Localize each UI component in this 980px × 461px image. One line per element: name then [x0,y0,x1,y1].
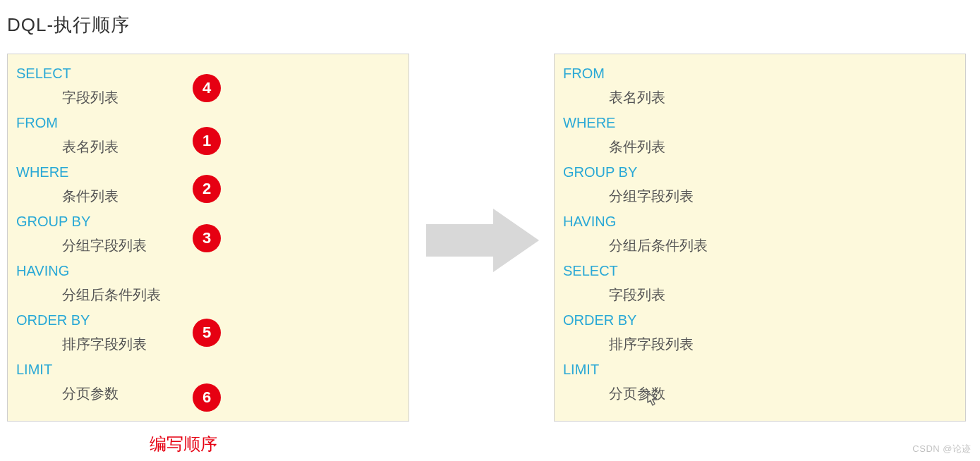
clause-groupby: GROUP BY 分组字段列表 [563,160,957,208]
desc: 表名列表 [563,85,957,109]
exec-order-panel: FROM 表名列表 WHERE 条件列表 GROUP BY 分组字段列表 HAV… [554,54,966,422]
desc: 分组字段列表 [563,184,957,208]
watermark: CSDN @论迹 [912,443,972,455]
order-badge-6: 6 [193,383,221,412]
order-badge-2: 2 [193,175,221,203]
clause-having: HAVING 分组后条件列表 [16,259,400,307]
order-badge-4: 4 [193,74,221,102]
order-badge-3: 3 [193,224,221,252]
order-badge-1: 1 [193,127,221,155]
left-caption: 编写顺序 [150,433,217,455]
order-badge-5: 5 [193,319,221,347]
keyword: GROUP BY [563,160,957,184]
clause-where: WHERE 条件列表 [563,111,957,159]
page-title: DQL-执行顺序 [7,13,130,37]
keyword: LIMIT [563,357,957,381]
svg-marker-0 [426,209,539,272]
desc: 条件列表 [563,135,957,159]
desc: 排序字段列表 [563,332,957,356]
keyword: HAVING [563,209,957,233]
desc: 分组后条件列表 [16,283,400,307]
clause-having: HAVING 分组后条件列表 [563,209,957,257]
desc: 分页参数 [563,381,957,405]
keyword: SELECT [563,259,957,283]
keyword: ORDER BY [563,308,957,332]
desc: 分组后条件列表 [563,233,957,257]
keyword: FROM [563,61,957,85]
clause-orderby: ORDER BY 排序字段列表 [563,308,957,356]
keyword: LIMIT [16,357,400,381]
keyword: HAVING [16,259,400,283]
arrow-right-icon [426,209,539,272]
clause-limit: LIMIT 分页参数 [563,357,957,405]
cursor-icon [647,391,658,407]
keyword: WHERE [563,111,957,135]
desc: 字段列表 [563,283,957,307]
clause-select: SELECT 字段列表 [563,259,957,307]
clause-from: FROM 表名列表 [563,61,957,109]
